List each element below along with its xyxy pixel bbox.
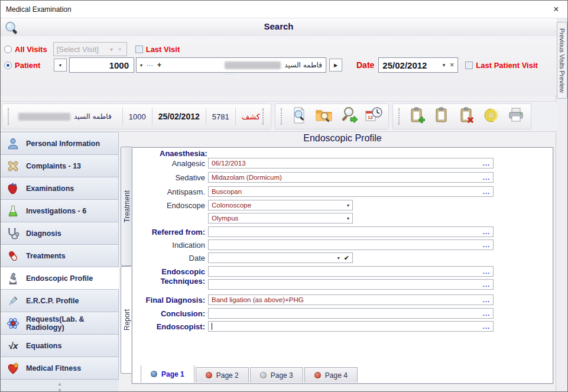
- sidebar-item-examinations[interactable]: Examinations: [1, 177, 119, 200]
- heart-fitness-icon: [6, 361, 20, 375]
- dropdown-icon[interactable]: ▾: [347, 216, 349, 221]
- toolbar-visit-number: 5781: [212, 112, 229, 121]
- ellipsis-button[interactable]: ...: [483, 282, 490, 287]
- sidebar-item-treatments[interactable]: Treatments: [1, 245, 119, 267]
- sidebar-item-personal-information[interactable]: Personal Information: [1, 132, 119, 155]
- resize-grip-dots[interactable]: ······: [225, 72, 237, 76]
- stethoscope-icon: [6, 226, 20, 241]
- tab-page-2[interactable]: Page 2: [196, 367, 249, 383]
- last-patient-visit-checkbox[interactable]: [465, 61, 473, 69]
- calendar-clock-icon: 12: [364, 106, 383, 127]
- endoscope-brand-combo[interactable]: Olympus ▾: [208, 213, 353, 223]
- dropdown-icon[interactable]: ▾: [337, 255, 340, 261]
- last-visit-label: Last Visit: [146, 45, 180, 54]
- visit-date-combo[interactable]: 25/02/2012 ▾ ×: [378, 57, 458, 73]
- sidebar-item-requests-lab-radiology[interactable]: Requests(Lab. & Radiology): [1, 312, 119, 335]
- ellipsis-button[interactable]: ...: [483, 311, 490, 316]
- all-visits-label: All Visits: [15, 45, 47, 54]
- endoscopic-techniques-field-2[interactable]: ...: [208, 279, 494, 290]
- close-icon[interactable]: ×: [550, 3, 563, 16]
- scroll-up-icon[interactable]: ▲: [57, 381, 62, 387]
- bandage-icon: [6, 159, 20, 173]
- flask-icon: [6, 204, 20, 218]
- sidebar-item-medical-fitness[interactable]: Medical Fitness: [1, 357, 119, 380]
- drag-grip[interactable]: [8, 108, 11, 125]
- search-panel: Search All Visits [Select Visit] ▾ × Las…: [1, 18, 557, 96]
- more-icon[interactable]: ⋯: [147, 61, 153, 69]
- referred-from-label: Referred from:: [132, 228, 205, 237]
- drag-grip[interactable]: [281, 108, 284, 125]
- dropdown-icon[interactable]: ▾: [443, 62, 446, 68]
- clear-date-icon[interactable]: ×: [450, 61, 454, 69]
- search-go-icon: [339, 106, 358, 127]
- drag-grip[interactable]: [262, 108, 265, 125]
- ellipsis-button[interactable]: ...: [483, 297, 490, 302]
- save-disc-button[interactable]: [479, 105, 504, 128]
- dropdown-icon[interactable]: ▾: [347, 203, 349, 208]
- endoscope-combo[interactable]: Colonoscope ▾: [208, 200, 353, 210]
- print-button[interactable]: [504, 105, 528, 128]
- ellipsis-button[interactable]: ...: [483, 242, 490, 247]
- microscope-icon: [6, 271, 20, 286]
- patient-radio[interactable]: [4, 61, 12, 69]
- clipboard-delete-icon: [457, 106, 476, 127]
- final-diagnosis-label: Final Diagnosis:: [132, 296, 205, 304]
- referred-from-field[interactable]: ...: [208, 226, 494, 237]
- side-tab-treatment[interactable]: Treatment: [121, 147, 132, 266]
- ellipsis-button[interactable]: ...: [483, 189, 490, 194]
- tab-page-4[interactable]: Page 4: [304, 367, 358, 383]
- ellipsis-button[interactable]: ...: [483, 324, 490, 329]
- next-patient-button[interactable]: ▶: [329, 59, 342, 72]
- plus-icon[interactable]: +: [157, 61, 161, 69]
- sidebar-item-ercp-profile[interactable]: E.R.C.P. Profile: [1, 290, 119, 312]
- side-tab-report[interactable]: Report: [121, 266, 132, 374]
- conclusion-field[interactable]: ...: [208, 308, 494, 319]
- sidebar-item-investigations[interactable]: Investigations - 6: [1, 200, 119, 222]
- ellipsis-button[interactable]: ...: [483, 175, 490, 180]
- procedure-date-label: Date: [132, 254, 205, 263]
- analgesic-field[interactable]: 06/12/2013 ...: [208, 158, 494, 169]
- ellipsis-button[interactable]: ...: [483, 269, 490, 274]
- scroll-down-icon[interactable]: ▼: [57, 388, 62, 392]
- endoscopist-field[interactable]: ...: [208, 321, 494, 332]
- add-record-button[interactable]: [404, 105, 429, 128]
- cd-icon: [482, 106, 501, 127]
- delete-record-button[interactable]: [454, 105, 479, 128]
- ellipsis-button[interactable]: ...: [483, 161, 490, 166]
- patient-name-combo[interactable]: ▾ ⋯ + فاطمه السيد ······: [136, 57, 326, 73]
- previous-visits-preview-tab[interactable]: Previous Visits Preview: [557, 22, 567, 99]
- document-search-button[interactable]: [287, 105, 311, 128]
- sedative-field[interactable]: Midazolam (Dormicum) ...: [208, 172, 494, 183]
- atom-icon: [6, 316, 20, 331]
- procedure-date-combo[interactable]: ▾ ✔: [208, 252, 353, 263]
- folder-search-button[interactable]: [311, 105, 336, 128]
- folder-search-icon: [314, 106, 333, 127]
- ellipsis-button[interactable]: ...: [483, 229, 490, 234]
- search-go-button[interactable]: [336, 105, 361, 128]
- antispasm-field[interactable]: Buscopan ...: [208, 186, 494, 197]
- dropdown-icon[interactable]: ▾: [140, 63, 142, 68]
- right-strip: Previous Visits Preview: [556, 18, 567, 392]
- tab-page-3[interactable]: Page 3: [250, 367, 303, 383]
- all-visits-radio[interactable]: [4, 46, 12, 53]
- sidebar-item-diagnosis[interactable]: Diagnosis: [1, 222, 119, 245]
- check-icon[interactable]: ✔: [344, 254, 349, 262]
- tab-page-1[interactable]: Page 1: [141, 365, 194, 383]
- sidebar-item-endoscopic-profile[interactable]: Endoscopic Profile: [1, 267, 119, 290]
- drag-grip[interactable]: [398, 108, 401, 125]
- indication-field[interactable]: ...: [208, 239, 494, 250]
- record-button[interactable]: [429, 105, 454, 128]
- select-visit-combo[interactable]: [Select Visit] ▾ ×: [53, 42, 127, 56]
- last-visit-checkbox[interactable]: [135, 46, 143, 53]
- final-diagnosis-field[interactable]: Band ligation (as above)+PHG ...: [208, 294, 494, 305]
- sidebar-item-complaints[interactable]: Complaints - 13: [1, 155, 119, 177]
- endoscopic-techniques-label: Endoscopic Techniques:: [132, 267, 205, 286]
- endoscopic-techniques-field-1[interactable]: ...: [208, 266, 494, 277]
- patient-id-value: 1000: [109, 60, 129, 70]
- sidebar-item-equations[interactable]: √x Equations: [1, 335, 119, 357]
- patient-dropdown-button[interactable]: ▾: [54, 59, 67, 72]
- visit-date-value: 25/02/2012: [382, 60, 427, 70]
- patient-id-field[interactable]: 1000: [69, 57, 134, 73]
- calendar-clock-button[interactable]: 12: [361, 105, 386, 128]
- svg-text:12: 12: [368, 115, 373, 120]
